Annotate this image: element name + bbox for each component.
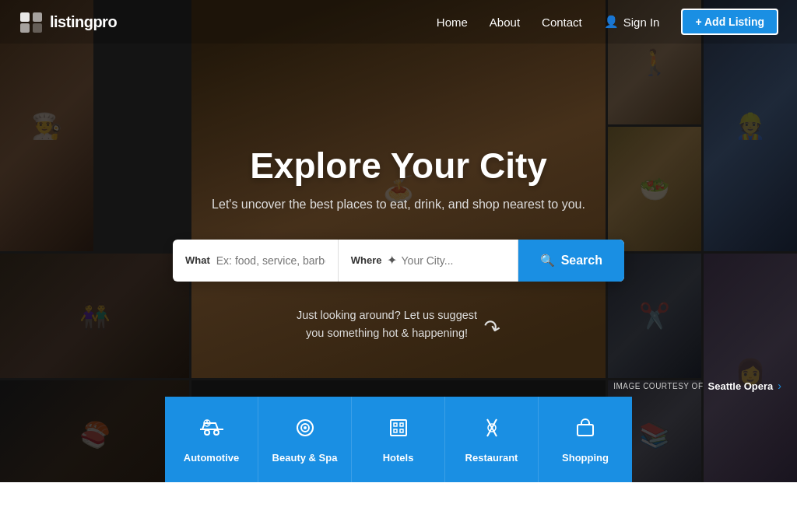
suggest-line2: you something hot & happening! — [297, 324, 477, 342]
svg-rect-18 — [578, 425, 593, 436]
image-courtesy[interactable]: IMAGE COURTESY OF Seattle Opera › — [613, 380, 781, 392]
suggest-area: Just looking around? Let us suggest you … — [297, 306, 500, 342]
header: listingpro Home About Contact 👤 Sign In … — [0, 0, 797, 44]
hero-content: Explore Your City Let's uncover the best… — [0, 0, 797, 482]
bottom-bar — [0, 482, 797, 532]
nav-links: Home About Contact 👤 Sign In + Add Listi… — [437, 9, 778, 35]
svg-point-9 — [304, 426, 307, 429]
category-shopping[interactable]: Shopping — [539, 397, 632, 482]
sign-in-link[interactable]: 👤 Sign In — [604, 15, 660, 29]
nav-home[interactable]: Home — [437, 16, 468, 29]
svg-rect-2 — [20, 23, 30, 33]
user-icon: 👤 — [604, 15, 619, 29]
suggest-line1: Just looking around? Let us suggest — [297, 306, 477, 324]
search-what-section: What — [173, 240, 339, 282]
svg-rect-14 — [400, 429, 403, 432]
where-label: Where — [351, 254, 382, 266]
category-restaurant[interactable]: Restaurant — [445, 397, 539, 482]
logo-icon — [19, 9, 44, 34]
category-hotels[interactable]: Hotels — [352, 397, 445, 482]
nav-about[interactable]: About — [490, 16, 520, 29]
search-button[interactable]: 🔍 Search — [518, 240, 624, 282]
courtesy-label: IMAGE COURTESY OF — [613, 382, 703, 390]
hero-section: 👨‍🍳 🍝 🚶 👷 🥗 👫 ✂️ 👩 🍣 — [0, 0, 797, 482]
beauty-label: Beauty & Spa — [272, 452, 338, 464]
search-bar: What Where ✦ 🔍 Search — [173, 240, 624, 282]
logo-area: listingpro — [19, 9, 117, 34]
shopping-icon — [573, 415, 598, 446]
hotels-icon — [386, 415, 411, 446]
logo-text: listingpro — [50, 13, 117, 31]
svg-rect-12 — [400, 423, 403, 426]
automotive-icon — [199, 415, 224, 446]
add-listing-button[interactable]: + Add Listing — [681, 9, 778, 35]
hero-subtitle: Let's uncover the best places to eat, dr… — [212, 198, 585, 212]
svg-rect-10 — [391, 420, 406, 436]
svg-point-5 — [214, 430, 219, 435]
svg-rect-13 — [394, 429, 397, 432]
nav-contact[interactable]: Contact — [542, 16, 582, 29]
svg-rect-1 — [33, 12, 42, 22]
hotels-label: Hotels — [383, 452, 414, 464]
automotive-label: Automotive — [184, 452, 240, 464]
where-input[interactable] — [402, 254, 505, 267]
hero-title: Explore Your City — [250, 145, 547, 187]
what-input[interactable] — [216, 254, 325, 267]
search-where-section: Where ✦ — [339, 240, 518, 282]
category-automotive[interactable]: Automotive — [165, 397, 258, 482]
search-icon: 🔍 — [540, 254, 555, 268]
location-icon: ✦ — [387, 253, 397, 268]
svg-point-4 — [205, 430, 209, 435]
suggest-arrow-icon: ↷ — [480, 313, 503, 341]
svg-rect-3 — [33, 23, 42, 33]
categories-bar: Automotive Beauty & Spa — [165, 397, 632, 482]
what-label: What — [185, 254, 210, 266]
restaurant-label: Restaurant — [465, 452, 518, 464]
shopping-label: Shopping — [562, 452, 609, 464]
svg-rect-0 — [20, 12, 30, 22]
category-beauty-spa[interactable]: Beauty & Spa — [258, 397, 352, 482]
courtesy-arrow-icon: › — [778, 380, 781, 392]
restaurant-icon — [479, 415, 504, 446]
svg-rect-11 — [394, 423, 397, 426]
courtesy-name: Seattle Opera — [708, 380, 774, 392]
beauty-icon — [293, 415, 318, 446]
